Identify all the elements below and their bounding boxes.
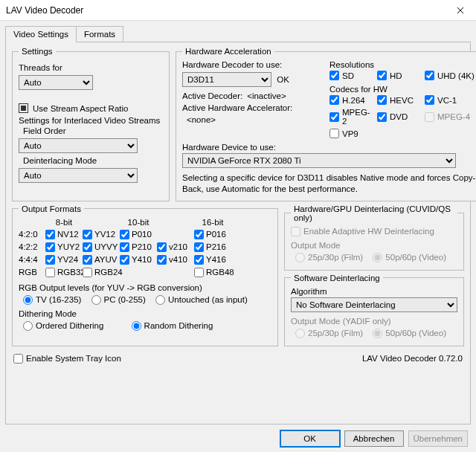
fmt-yv24[interactable]: YV24: [45, 255, 83, 265]
dialog-buttons: OK Abbrechen Übernehmen: [5, 424, 471, 447]
row-444: 4:4:4: [19, 255, 45, 264]
settings-group: Settings Threads for Auto Use Stream Asp…: [12, 47, 170, 201]
fmt-rgb32[interactable]: RGB32: [45, 268, 83, 277]
codec-h264[interactable]: H.264: [329, 95, 373, 105]
fmt-uyvy[interactable]: UYVY: [83, 242, 120, 252]
dither-label: Dithering Mode: [19, 309, 271, 318]
sw-deint-legend: Software Deinterlacing: [291, 274, 383, 282]
tab-page: Settings Threads for Auto Use Stream Asp…: [5, 42, 471, 424]
tab-video-settings[interactable]: Video Settings: [5, 26, 77, 42]
mid-row: Output Formats 8-bit 10-bit 16-bit 4:2:0…: [12, 204, 464, 346]
active-decoder-label: Active Decoder:: [182, 91, 242, 100]
fmt-p016[interactable]: P016: [194, 230, 231, 239]
fmt-y410[interactable]: Y410: [120, 255, 157, 265]
deint-mode-select[interactable]: Auto: [19, 168, 138, 183]
res-uhd[interactable]: UHD (4K): [425, 71, 476, 80]
ok-button[interactable]: OK: [280, 430, 340, 447]
col-10bit: 10-bit: [120, 218, 157, 227]
hw-deint-group: Hardware/GPU Deinterlacing (CUVID/QS onl…: [284, 204, 464, 271]
top-row: Settings Threads for Auto Use Stream Asp…: [12, 47, 464, 201]
fmt-y416[interactable]: Y416: [194, 255, 231, 265]
col-16bit: 16-bit: [194, 218, 231, 227]
tray-icon-checkbox[interactable]: Enable System Tray Icon: [13, 354, 121, 364]
window: LAV Video Decoder Video Settings Formats…: [0, 0, 476, 452]
hw-accel-group: Hardware Acceleration Hardware Decoder t…: [176, 47, 476, 201]
dither-random[interactable]: Random Dithering: [132, 321, 213, 331]
tab-bar: Video Settings Formats: [5, 26, 471, 42]
hw-deint-mode-label: Output Mode: [291, 241, 457, 250]
row-420: 4:2:0: [19, 230, 45, 239]
deint-column: Hardware/GPU Deinterlacing (CUVID/QS onl…: [284, 204, 464, 346]
sw-deint-algo-label: Algorithm: [291, 287, 457, 296]
row-422: 4:2:2: [19, 242, 45, 251]
tab-formats[interactable]: Formats: [77, 26, 123, 42]
deint-mode-label: Deinterlacing Mode: [23, 156, 163, 165]
fmt-p210[interactable]: P210: [120, 242, 157, 252]
sw-deint-film[interactable]: 25p/30p (Film): [295, 329, 363, 338]
active-accel-value: <none>: [187, 115, 321, 124]
field-order-select[interactable]: Auto: [19, 138, 138, 153]
formats-grid: 8-bit 10-bit 16-bit 4:2:0 NV12 YV12 P010…: [19, 218, 271, 277]
apply-button[interactable]: Übernehmen: [408, 430, 468, 447]
stream-aspect-label: Use Stream Aspect Ratio: [33, 104, 128, 113]
res-hd[interactable]: HD: [377, 71, 420, 80]
hw-deint-legend: Hardware/GPU Deinterlacing (CUVID/QS onl…: [291, 204, 457, 222]
res-sd[interactable]: SD: [329, 71, 373, 80]
codec-mpeg4[interactable]: MPEG-4: [425, 108, 476, 126]
stream-aspect-row[interactable]: Use Stream Aspect Ratio: [19, 103, 163, 113]
hw-accel-legend: Hardware Acceleration: [182, 47, 274, 56]
hw-decoder-label: Hardware Decoder to use:: [182, 60, 321, 69]
hw-device-select[interactable]: NVIDIA GeForce RTX 2080 Ti: [182, 153, 456, 168]
fmt-p010[interactable]: P010: [120, 230, 157, 239]
fmt-rgb24[interactable]: RGB24: [83, 268, 120, 277]
fmt-ayuv[interactable]: AYUV: [83, 255, 120, 265]
hw-deint-video[interactable]: 50p/60p (Video): [373, 253, 446, 262]
fmt-v410[interactable]: v410: [157, 255, 194, 265]
rgb-tv[interactable]: TV (16-235): [23, 295, 81, 305]
hw-row: Hardware Decoder to use: D3D11 OK Active…: [182, 60, 476, 138]
rgb-levels-label: RGB Output levels (for YUV -> RGB conver…: [19, 283, 271, 292]
hw-right: Resolutions SD HD UHD (4K) Codecs for HW…: [329, 60, 476, 138]
codec-vc1[interactable]: VC-1: [425, 95, 476, 105]
dither-radios: Ordered Dithering Random Dithering: [23, 321, 271, 332]
fmt-rgb48[interactable]: RGB48: [194, 268, 231, 277]
fmt-p216[interactable]: P216: [194, 242, 231, 252]
rgb-levels-radios: TV (16-235) PC (0-255) Untouched (as inp…: [23, 295, 271, 306]
fmt-nv12[interactable]: NV12: [45, 230, 83, 239]
hw-note: Selecting a specific device for D3D11 di…: [182, 172, 476, 195]
active-decoder-value: <inactive>: [247, 91, 286, 100]
fmt-v210[interactable]: v210: [157, 242, 194, 252]
threads-select[interactable]: Auto: [19, 75, 93, 90]
version-label: LAV Video Decoder 0.72.0: [362, 354, 463, 363]
interlaced-heading: Settings for Interlaced Video Streams: [19, 116, 163, 125]
resolutions-label: Resolutions: [329, 60, 476, 69]
field-order-label: Field Order: [23, 126, 163, 135]
fmt-yuy2[interactable]: YUY2: [45, 242, 83, 252]
cancel-button[interactable]: Abbrechen: [344, 430, 404, 447]
footer-row: Enable System Tray Icon LAV Video Decode…: [12, 352, 464, 364]
row-rgb: RGB: [19, 268, 45, 277]
hw-deint-enable[interactable]: Enable Adaptive HW Deinterlacing: [291, 227, 434, 236]
window-title: LAV Video Decoder: [6, 5, 445, 16]
titlebar: LAV Video Decoder: [0, 0, 476, 21]
rgb-untouched[interactable]: Untouched (as input): [155, 295, 248, 305]
codecs-grid: H.264 HEVC VC-1 MPEG-2 DVD MPEG-4 VP9: [329, 95, 476, 138]
hw-decoder-status: OK: [277, 75, 289, 84]
hw-decoder-select[interactable]: D3D11: [182, 72, 271, 87]
codec-vp9[interactable]: VP9: [329, 129, 373, 138]
resolutions-grid: SD HD UHD (4K): [329, 71, 476, 80]
sw-deint-video[interactable]: 50p/60p (Video): [373, 329, 446, 338]
hw-deint-film[interactable]: 25p/30p (Film): [295, 253, 363, 262]
codecs-label: Codecs for HW: [329, 85, 476, 94]
stream-aspect-checkbox[interactable]: [19, 103, 28, 113]
close-icon[interactable]: [445, 0, 476, 20]
hw-left: Hardware Decoder to use: D3D11 OK Active…: [182, 60, 321, 138]
rgb-pc[interactable]: PC (0-255): [91, 295, 146, 305]
col-8bit: 8-bit: [45, 218, 83, 227]
sw-deint-algo-select[interactable]: No Software Deinterlacing: [291, 297, 457, 312]
fmt-yv12[interactable]: YV12: [83, 230, 120, 239]
codec-mpeg2[interactable]: MPEG-2: [329, 108, 373, 126]
codec-hevc[interactable]: HEVC: [377, 95, 420, 105]
dither-ordered[interactable]: Ordered Dithering: [23, 321, 103, 331]
codec-dvd[interactable]: DVD: [377, 108, 420, 126]
